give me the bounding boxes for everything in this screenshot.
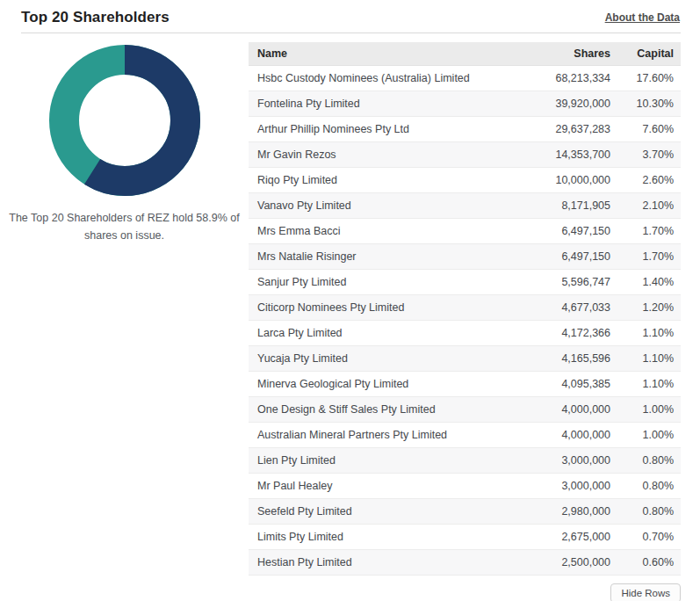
shareholder-name: Mrs Emma Bacci (249, 219, 519, 244)
shareholder-name: Seefeld Pty Limited (249, 499, 519, 525)
hide-rows-button[interactable]: Hide Rows (610, 583, 681, 601)
column-header-name: Name (249, 42, 519, 66)
column-header-shares: Shares (519, 42, 617, 66)
chart-panel: The Top 20 Shareholders of REZ hold 58.9… (0, 42, 249, 244)
table-row: Hestian Pty Limited2,500,0000.60% (249, 550, 681, 576)
table-row: Vanavo Pty Limited8,171,9052.10% (249, 193, 681, 219)
shares-value: 39,920,000 (519, 91, 617, 117)
shares-value: 10,000,000 (519, 168, 617, 193)
capital-value: 1.00% (617, 423, 681, 448)
capital-value: 0.80% (617, 499, 681, 525)
top-shareholders-widget: Top 20 Shareholders About the Data The T… (0, 0, 700, 601)
capital-value: 0.80% (617, 448, 681, 474)
shares-value: 8,171,905 (519, 193, 617, 219)
shares-value: 3,000,000 (519, 474, 617, 499)
capital-value: 1.10% (617, 372, 681, 397)
table-row: Mr Paul Healey3,000,0000.80% (249, 474, 681, 499)
shareholder-name: Mr Gavin Rezos (249, 142, 519, 168)
capital-value: 1.40% (617, 270, 681, 295)
shareholder-name: One Design & Stiff Sales Pty Limited (249, 397, 519, 423)
capital-value: 1.10% (617, 321, 681, 346)
table-row: Yucaja Pty Limited4,165,5961.10% (249, 346, 681, 372)
chart-caption: The Top 20 Shareholders of REZ hold 58.9… (3, 209, 247, 244)
table-row: One Design & Stiff Sales Pty Limited4,00… (249, 397, 681, 423)
capital-value: 7.60% (617, 117, 681, 142)
capital-value: 2.60% (617, 168, 681, 193)
table-row: Limits Pty Limited2,675,0000.70% (249, 525, 681, 550)
shares-value: 4,677,033 (519, 295, 617, 321)
capital-value: 0.70% (617, 525, 681, 550)
shares-value: 6,497,150 (519, 244, 617, 270)
table-row: Seefeld Pty Limited2,980,0000.80% (249, 499, 681, 525)
widget-body: The Top 20 Shareholders of REZ hold 58.9… (0, 33, 700, 601)
shares-value: 2,980,000 (519, 499, 617, 525)
table-row: Riqo Pty Limited10,000,0002.60% (249, 168, 681, 193)
table-row: Larca Pty Limited4,172,3661.10% (249, 321, 681, 346)
capital-value: 1.70% (617, 219, 681, 244)
capital-value: 1.70% (617, 244, 681, 270)
shares-value: 68,213,334 (519, 66, 617, 91)
shareholder-name: Yucaja Pty Limited (249, 346, 519, 372)
shares-value: 4,095,385 (519, 372, 617, 397)
capital-value: 1.20% (617, 295, 681, 321)
column-header-capital: Capital (617, 42, 681, 66)
table-row: Lien Pty Limited3,000,0000.80% (249, 448, 681, 474)
capital-value: 2.10% (617, 193, 681, 219)
table-footer: Hide Rows (249, 576, 681, 601)
shareholder-name: Sanjur Pty Limited (249, 270, 519, 295)
shareholder-name: Lien Pty Limited (249, 448, 519, 474)
page-title: Top 20 Shareholders (21, 9, 170, 26)
widget-header: Top 20 Shareholders About the Data (0, 0, 700, 26)
shares-value: 4,172,366 (519, 321, 617, 346)
shareholder-name: Limits Pty Limited (249, 525, 519, 550)
table-row: Citicorp Nominees Pty Limited4,677,0331.… (249, 295, 681, 321)
capital-value: 1.10% (617, 346, 681, 372)
table-header: Name Shares Capital (249, 42, 681, 66)
table-row: Sanjur Pty Limited5,596,7471.40% (249, 270, 681, 295)
shareholder-name: Hestian Pty Limited (249, 550, 519, 576)
table-row: Mrs Natalie Risinger6,497,1501.70% (249, 244, 681, 270)
table-row: Australian Mineral Partners Pty Limited4… (249, 423, 681, 448)
shares-value: 2,500,000 (519, 550, 617, 576)
table-row: Hsbc Custody Nominees (Australia) Limite… (249, 66, 681, 91)
shares-value: 5,596,747 (519, 270, 617, 295)
shareholder-name: Vanavo Pty Limited (249, 193, 519, 219)
shareholder-name: Arthur Phillip Nominees Pty Ltd (249, 117, 519, 142)
donut-chart (0, 44, 249, 197)
table-row: Fontelina Pty Limited39,920,00010.30% (249, 91, 681, 117)
shareholder-name: Mrs Natalie Risinger (249, 244, 519, 270)
shares-value: 4,000,000 (519, 423, 617, 448)
shares-value: 2,675,000 (519, 525, 617, 550)
capital-value: 17.60% (617, 66, 681, 91)
table-panel: Name Shares Capital Hsbc Custody Nominee… (249, 42, 681, 601)
shareholder-name: Larca Pty Limited (249, 321, 519, 346)
shares-value: 4,165,596 (519, 346, 617, 372)
table-row: Mrs Emma Bacci6,497,1501.70% (249, 219, 681, 244)
about-the-data-link[interactable]: About the Data (605, 11, 680, 24)
capital-value: 0.60% (617, 550, 681, 576)
table-row: Minerva Geological Pty Limited4,095,3851… (249, 372, 681, 397)
donut-chart-svg (48, 44, 201, 197)
shareholder-name: Mr Paul Healey (249, 474, 519, 499)
shareholder-name: Hsbc Custody Nominees (Australia) Limite… (249, 66, 519, 91)
shares-value: 3,000,000 (519, 448, 617, 474)
table-row: Mr Gavin Rezos14,353,7003.70% (249, 142, 681, 168)
shares-value: 4,000,000 (519, 397, 617, 423)
shares-value: 14,353,700 (519, 142, 617, 168)
capital-value: 3.70% (617, 142, 681, 168)
shareholder-name: Riqo Pty Limited (249, 168, 519, 193)
shares-value: 29,637,283 (519, 117, 617, 142)
shareholder-name: Australian Mineral Partners Pty Limited (249, 423, 519, 448)
shareholder-name: Minerva Geological Pty Limited (249, 372, 519, 397)
capital-value: 0.80% (617, 474, 681, 499)
table-row: Arthur Phillip Nominees Pty Ltd29,637,28… (249, 117, 681, 142)
capital-value: 10.30% (617, 91, 681, 117)
shareholder-name: Fontelina Pty Limited (249, 91, 519, 117)
shares-value: 6,497,150 (519, 219, 617, 244)
capital-value: 1.00% (617, 397, 681, 423)
shareholders-table: Name Shares Capital Hsbc Custody Nominee… (249, 42, 681, 576)
shareholder-name: Citicorp Nominees Pty Limited (249, 295, 519, 321)
